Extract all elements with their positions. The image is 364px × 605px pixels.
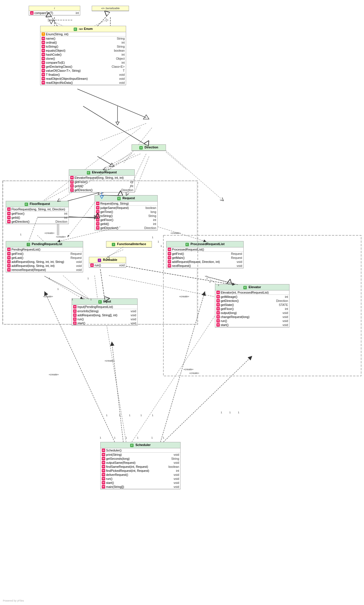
mult-s3: 1: [126, 436, 127, 439]
mi: m: [7, 208, 11, 211]
mult-1: 1: [49, 277, 50, 280]
fi-title: FunctionalInterface: [117, 242, 146, 246]
mi: m: [102, 481, 105, 484]
prl-header: C PendingRequestList: [6, 241, 83, 247]
mult-s5: 1: [151, 436, 153, 439]
watermark: Powered by yFiles: [3, 599, 24, 602]
mi: m: [216, 311, 220, 315]
mi: m: [168, 248, 171, 251]
mi: m: [96, 222, 99, 226]
mult-s1: 1: [100, 436, 101, 439]
elevator-request-box: C ElevatorRequest m ElevatorRequest(long…: [69, 169, 135, 193]
svg-line-44: [97, 14, 108, 26]
main-arrows-svg: 1 1 1 1 1 1 «create» «create» «create» «…: [0, 0, 364, 605]
comparable-method-icon-1: m: [30, 11, 34, 15]
mi: m: [96, 206, 99, 210]
svg-text:1: 1: [119, 414, 120, 417]
serializable-box: «i» Serializable: [92, 6, 129, 11]
mi: m: [42, 45, 45, 48]
mi: m: [73, 317, 77, 321]
direction-icon: e: [139, 146, 143, 150]
svg-line-53: [158, 227, 206, 242]
comparable-method-name-1: compareTo(T): [34, 11, 75, 15]
mi: m: [42, 49, 45, 52]
mi: m: [102, 449, 105, 452]
mi: m: [216, 291, 220, 294]
mi: m: [102, 477, 105, 480]
svg-line-51: [69, 217, 97, 218]
mi: m: [96, 218, 99, 222]
prl-title: PendingRequestList: [32, 242, 62, 246]
svg-line-30: [109, 152, 132, 169]
mi: m: [7, 260, 11, 263]
er-title: ElevatorRequest: [92, 170, 117, 174]
enum-methods: mname()String mordinal()int mtoString()S…: [40, 36, 126, 85]
svg-line-54: [107, 247, 123, 257]
elevator-icon: C: [243, 286, 247, 289]
svg-text:1: 1: [106, 414, 107, 417]
input-header: C Input: [72, 299, 137, 305]
enum-header: C «e» Enum: [40, 26, 126, 32]
comparable-methods: m compareTo(T) int: [29, 11, 80, 15]
mi: m: [42, 53, 45, 56]
mi: m: [42, 81, 45, 84]
svg-line-62: [161, 291, 205, 442]
mult-6: 1: [218, 284, 219, 286]
mi: m: [70, 176, 74, 179]
runnable-box: i Runnable m run() void: [89, 257, 126, 268]
mi: m: [216, 303, 220, 307]
mi: m: [168, 252, 171, 255]
svg-line-45: [83, 106, 146, 145]
svg-text:1: 1: [161, 245, 162, 247]
svg-marker-4: [106, 19, 108, 22]
mult-5: 1: [206, 277, 208, 280]
mi: m: [42, 41, 45, 44]
mi: m: [42, 77, 45, 80]
svg-line-7: [100, 123, 146, 141]
svg-text:«create»: «create»: [183, 368, 193, 371]
elevator-request-header: C ElevatorRequest: [69, 170, 134, 176]
mult-4: 1: [90, 298, 92, 301]
svg-text:1: 1: [238, 411, 239, 414]
create-sched-input: «create»: [49, 373, 59, 376]
svg-text:1: 1: [57, 288, 59, 290]
mult-2: 1: [72, 298, 73, 301]
svg-line-33: [166, 152, 186, 169]
scheduler-title: Scheduler: [135, 443, 150, 447]
mi: m: [42, 37, 45, 40]
request-box: C Request m Request(long, String) mjudge…: [95, 195, 158, 230]
enum-box: C «e» Enum T Enum(String, int) mname()St…: [40, 26, 126, 85]
mi: m: [102, 485, 105, 488]
svg-line-16: [95, 276, 97, 298]
mi: m: [216, 323, 220, 327]
mi: m: [7, 248, 11, 251]
mi: m: [102, 469, 105, 472]
mult-3: 1: [87, 277, 89, 280]
er-icon: C: [87, 171, 90, 174]
svg-line-55: [100, 269, 105, 299]
enum-icon: C: [74, 28, 77, 31]
mi: m: [7, 264, 11, 267]
svg-text:1: 1: [229, 411, 231, 414]
mi: m: [216, 295, 220, 298]
svg-line-10: [97, 156, 112, 165]
runnable-header: i Runnable: [89, 257, 126, 263]
mi: m: [7, 216, 11, 219]
fr-icon: C: [25, 203, 28, 206]
svg-marker-29: [116, 122, 119, 125]
svg-text:1: 1: [129, 414, 130, 417]
input-icon: C: [98, 300, 102, 304]
serializable-header: «i» Serializable: [92, 6, 129, 11]
svg-line-49: [166, 151, 224, 201]
enum-title: Enum: [84, 27, 93, 30]
mi: m: [7, 220, 11, 223]
floor-request-box: C FloorRequest m FloorRequest(long, Stri…: [6, 201, 69, 224]
mi: m: [70, 180, 74, 184]
svg-marker-6: [143, 115, 149, 119]
mi: m: [216, 307, 220, 311]
mi: m: [216, 299, 220, 302]
mi: m: [73, 321, 77, 325]
direction-box: e Direction: [132, 144, 166, 151]
mi: m: [216, 315, 220, 319]
direction-title: Direction: [144, 146, 158, 149]
